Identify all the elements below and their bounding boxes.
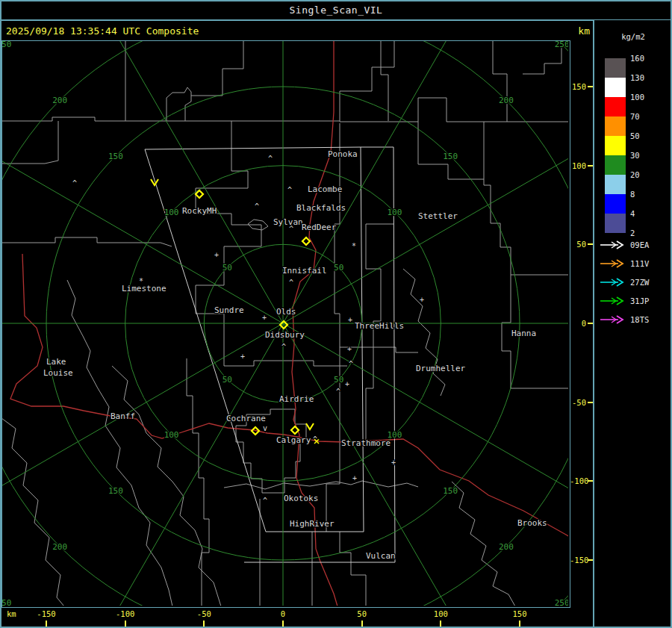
storm-track-id: 18TS: [630, 314, 668, 325]
bottom-axis-tick-label: -100: [112, 609, 139, 619]
city-label: Innisfail: [282, 266, 327, 276]
city-label: Banff: [111, 411, 135, 421]
city-label: Louise: [43, 368, 73, 378]
county-boundary: [493, 41, 507, 122]
town-point-marker: +: [240, 352, 245, 361]
storm-vector-arrow: [306, 423, 314, 429]
right-axis-tick-label: -150: [570, 556, 586, 565]
storm-cell-marker: [302, 237, 310, 245]
ring-distance-label: 100: [387, 208, 402, 217]
right-axis-tick: [588, 402, 593, 403]
town-point-marker: +: [352, 474, 357, 482]
title-bar: Single_Scan_VIL: [0, 0, 672, 21]
right-axis-tick: [588, 559, 593, 561]
town-point-marker: +: [420, 296, 424, 304]
city-label: Sundre: [214, 305, 244, 315]
city-label: Sylvan: [273, 217, 303, 227]
app-window: Single_Scan_VIL 2025/09/18 13:35:44 UTC …: [0, 0, 672, 628]
town-point-marker: +: [262, 314, 267, 322]
city-label: Calgary: [276, 435, 311, 445]
ring-distance-label: 150: [443, 486, 458, 496]
city-label: Blackfalds: [296, 203, 346, 213]
county-boundary: [112, 366, 221, 606]
county-boundary: [366, 224, 393, 441]
town-point-marker: ^: [336, 388, 340, 396]
storm-track-id: 111V: [630, 258, 668, 269]
bottom-axis-tick-label: 50: [349, 609, 376, 619]
city-label: Drumheller: [416, 364, 466, 373]
town-point-marker: ^: [72, 179, 77, 187]
town-point-marker: +: [391, 458, 396, 467]
ring-distance-label: 150: [108, 486, 123, 496]
city-label: Hanna: [511, 329, 536, 338]
county-boundary: [340, 98, 568, 122]
town-point-marker: +: [347, 345, 352, 353]
county-boundary: [418, 122, 484, 179]
ring-distance-label: 250: [2, 41, 11, 49]
storm-track-id: 31JP: [630, 296, 668, 306]
city-label: Lacombe: [308, 184, 342, 194]
ring-distance-label: 50: [334, 263, 343, 273]
storm-track-id: 27ZW: [630, 277, 668, 287]
city-label: Lake: [46, 357, 66, 367]
ring-distance-label: 200: [52, 96, 67, 105]
scan-timestamp: 2025/09/18 13:35:44 UTC Composite: [6, 25, 199, 37]
city-label: Cochrane: [226, 414, 266, 423]
ring-distance-label: 200: [499, 96, 514, 105]
radar-map-canvas[interactable]: 5050505010010010010015015015015020020020…: [2, 41, 568, 606]
county-boundary: [67, 280, 172, 606]
county-boundary: [224, 481, 418, 489]
right-axis-tick-label: -50: [570, 398, 586, 408]
window-title: Single_Scan_VIL: [290, 4, 383, 16]
county-boundary: [340, 41, 394, 122]
bottom-axis-unit-label: km: [7, 609, 16, 618]
county-boundary: [340, 532, 366, 606]
city-label: Strathmore: [341, 438, 391, 448]
town-point-marker: ^: [349, 360, 353, 368]
header-row: 2025/09/18 13:35:44 UTC Composite km: [0, 21, 593, 40]
ring-distance-label: 50: [334, 375, 343, 385]
city-label: Ponoka: [328, 149, 358, 159]
county-boundary: [224, 361, 347, 366]
town-point-marker: ^: [281, 343, 286, 351]
county-boundary: [381, 41, 388, 121]
town-point-marker: ^: [313, 435, 317, 444]
right-axis: 150100500-50-100-150: [570, 40, 593, 606]
city-label: HighRiver: [290, 519, 335, 529]
town-point-marker: +: [345, 380, 349, 388]
county-boundary: [167, 87, 191, 121]
city-label: Olds: [276, 307, 296, 317]
county-boundary: [523, 46, 568, 74]
ring-distance-label: 100: [164, 208, 179, 217]
city-label: Okotoks: [284, 494, 318, 503]
ring-distance-label: 200: [52, 542, 67, 552]
radial-line: [283, 323, 568, 547]
county-boundary: [2, 121, 58, 164]
ring-distance-label: 100: [164, 430, 179, 440]
right-axis-tick: [588, 480, 593, 482]
ring-distance-label: 50: [223, 263, 232, 273]
window-border-left: [0, 0, 1, 628]
town-point-marker: ^: [287, 186, 292, 194]
right-axis-tick: [588, 243, 593, 245]
bottom-axis-tick-label: 0: [270, 609, 296, 619]
town-point-marker: ^: [255, 202, 259, 211]
county-boundary: [187, 358, 209, 606]
right-axis-tick-label: -100: [570, 476, 586, 486]
ring-distance-label: 250: [555, 598, 568, 606]
town-point-marker: ^: [289, 279, 293, 287]
right-axis-tick-label: 0: [570, 319, 586, 329]
city-label: Limestone: [122, 284, 167, 293]
right-axis-tick-label: 100: [570, 161, 586, 171]
map-frame: 5050505010010010010015015015015020020020…: [1, 40, 570, 608]
right-axis-tick: [588, 165, 593, 167]
ring-distance-label: 50: [223, 375, 232, 385]
town-point-marker: +: [214, 251, 219, 259]
right-axis-tick: [588, 323, 593, 324]
county-boundary: [2, 117, 146, 121]
city-label: Vulcan: [366, 551, 396, 561]
right-axis-tick: [588, 86, 593, 87]
city-label: RedDeer: [302, 223, 337, 232]
bottom-axis-tick-label: 150: [506, 609, 533, 619]
city-label: Stettler: [418, 211, 458, 221]
